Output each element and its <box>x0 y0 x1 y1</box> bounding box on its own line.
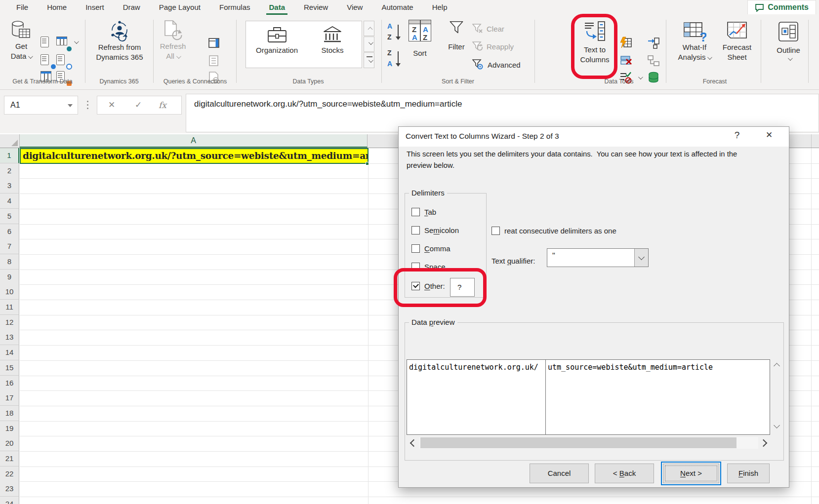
row-header-6[interactable]: 6 <box>0 224 19 239</box>
scrollbar-track[interactable] <box>419 437 758 449</box>
select-all-button[interactable] <box>0 134 20 148</box>
scroll-right-icon[interactable] <box>758 437 770 449</box>
row-header-16[interactable]: 16 <box>0 376 19 391</box>
text-to-columns-button[interactable]: Text to Columns <box>576 20 614 65</box>
row-header-18[interactable]: 18 <box>0 406 19 421</box>
row-header-4[interactable]: 4 <box>0 194 19 209</box>
data-type-organization[interactable]: Organization <box>251 21 303 68</box>
comments-button[interactable]: Comments <box>747 0 816 14</box>
row-header-9[interactable]: 9 <box>0 270 19 285</box>
tab-file[interactable]: File <box>7 0 38 15</box>
tab-insert[interactable]: Insert <box>76 0 114 15</box>
column-header-a[interactable]: A <box>20 134 368 148</box>
sort-descending-button[interactable]: Z A <box>386 48 403 69</box>
row-header-10[interactable]: 10 <box>0 284 19 300</box>
enter-entry-icon[interactable]: ✓ <box>135 96 142 114</box>
row-header-3[interactable]: 3 <box>0 178 19 194</box>
tab-data[interactable]: Data <box>259 0 294 15</box>
queries-connections-pane-icon[interactable] <box>207 37 220 49</box>
row-header-7[interactable]: 7 <box>0 239 19 254</box>
row-header-20[interactable]: 20 <box>0 436 19 451</box>
flash-fill-icon[interactable] <box>619 37 632 49</box>
remove-duplicates-icon[interactable] <box>619 54 632 67</box>
dialog-help-button[interactable]: ? <box>729 130 745 144</box>
refresh-from-dynamics-button[interactable]: Refresh from Dynamics 365 <box>88 20 151 62</box>
data-validation-chevron-icon[interactable] <box>638 75 643 79</box>
gallery-scroll-down-button[interactable] <box>364 37 374 52</box>
scroll-left-icon[interactable] <box>407 437 418 449</box>
row-header-11[interactable]: 11 <box>0 300 19 315</box>
delimiter-other-checkbox[interactable]: Other: <box>411 282 445 290</box>
advanced-filter-button[interactable]: Advanced <box>472 59 521 70</box>
gallery-more-button[interactable] <box>364 52 374 68</box>
data-type-stocks[interactable]: Stocks <box>308 21 357 68</box>
preview-scroll-down-icon[interactable] <box>773 423 780 429</box>
row-header-13[interactable]: 13 <box>0 330 19 345</box>
finish-button[interactable]: Finish <box>727 464 770 483</box>
row-header-23[interactable]: 23 <box>0 481 19 497</box>
row-header-12[interactable]: 12 <box>0 315 19 330</box>
row-header-22[interactable]: 22 <box>0 466 19 482</box>
tab-review[interactable]: Review <box>294 0 337 15</box>
row-header-5[interactable]: 5 <box>0 209 19 224</box>
name-box-dropdown-icon[interactable] <box>68 104 73 110</box>
dropdown-chevron-icon[interactable] <box>634 249 648 267</box>
recent-sources-icon[interactable] <box>56 54 69 67</box>
tab-help[interactable]: Help <box>423 0 457 15</box>
name-box[interactable]: A1 <box>4 96 78 115</box>
row-header-15[interactable]: 15 <box>0 360 19 376</box>
tab-home[interactable]: Home <box>38 0 76 15</box>
filter-button[interactable]: Filter <box>443 21 470 52</box>
sort-ascending-button[interactable]: A Z <box>386 22 403 42</box>
row-header-2[interactable]: 2 <box>0 163 19 179</box>
text-qualifier-select[interactable]: " <box>547 248 649 267</box>
back-button[interactable]: < Back <box>595 464 654 483</box>
row-header-14[interactable]: 14 <box>0 345 19 360</box>
delimiter-comma-checkbox[interactable]: Comma <box>411 244 450 253</box>
refresh-all-button[interactable]: Refresh All <box>157 20 189 61</box>
column-break-line[interactable] <box>545 360 546 434</box>
cancel-button[interactable]: Cancel <box>530 464 589 483</box>
tab-automate[interactable]: Automate <box>372 0 422 15</box>
row-header-24[interactable]: 24 <box>0 497 19 504</box>
outline-button[interactable]: Outline <box>769 21 808 61</box>
get-data-button[interactable]: Get Data <box>6 20 37 61</box>
treat-consecutive-checkbox[interactable]: r T eat consecutive delimiters as one <box>491 227 616 235</box>
row-header-1[interactable]: 1 <box>0 148 19 163</box>
from-picture-icon[interactable] <box>56 37 69 49</box>
tab-page-layout[interactable]: Page Layout <box>150 0 210 15</box>
delimiter-semicolon-checkbox[interactable]: Semicolon <box>411 226 459 234</box>
forecast-sheet-button[interactable]: Forecast Sheet <box>716 20 758 62</box>
data-preview-table[interactable]: digitalculturenetwork.org.uk/ utm_source… <box>407 359 770 435</box>
gallery-scroll-up-button[interactable] <box>364 21 374 36</box>
row-header-21[interactable]: 21 <box>0 451 19 466</box>
delimiter-tab-checkbox[interactable]: Tab <box>411 208 436 216</box>
row-header-19[interactable]: 19 <box>0 421 19 436</box>
close-icon[interactable]: ✕ <box>759 130 779 144</box>
from-text-file-icon[interactable] <box>41 37 53 49</box>
clear-button[interactable]: Clear <box>472 24 504 34</box>
from-web-icon[interactable] <box>41 54 53 67</box>
row-header-17[interactable]: 17 <box>0 390 19 406</box>
tab-formulas[interactable]: Formulas <box>210 0 260 15</box>
preview-scroll-up-icon[interactable] <box>773 362 780 368</box>
scrollbar-thumb[interactable] <box>420 437 737 448</box>
reapply-button[interactable]: Reapply <box>472 41 514 51</box>
delimiter-space-checkbox[interactable]: Space <box>411 263 446 271</box>
manage-data-model-icon[interactable] <box>647 71 660 84</box>
other-delimiter-input[interactable]: ? <box>450 278 475 297</box>
consolidate-icon[interactable] <box>647 37 660 49</box>
tab-view[interactable]: View <box>337 0 372 15</box>
cell-a1[interactable]: digitalculturenetwork.org.uk/?utm_source… <box>21 149 368 163</box>
what-if-analysis-button[interactable]: ? What-If Analysis <box>675 20 714 62</box>
fill-handle[interactable] <box>366 162 369 165</box>
tab-draw[interactable]: Draw <box>114 0 150 15</box>
from-picture-chevron-icon[interactable] <box>74 39 79 44</box>
relationships-icon[interactable] <box>647 54 660 67</box>
sort-button[interactable]: Z A A Z Sort <box>406 20 434 58</box>
next-button[interactable]: Next > <box>663 464 719 483</box>
insert-function-icon[interactable]: fx <box>159 96 166 114</box>
properties-icon[interactable] <box>207 54 220 67</box>
row-header-8[interactable]: 8 <box>0 254 19 270</box>
cancel-entry-icon[interactable]: ✕ <box>108 96 115 114</box>
